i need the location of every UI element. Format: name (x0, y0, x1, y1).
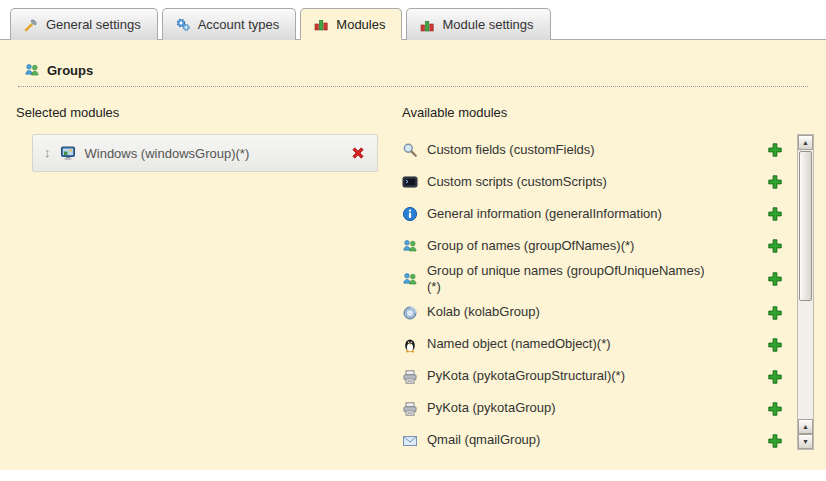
available-modules-scrollbar[interactable]: ▲ ▲ ▼ (797, 134, 814, 450)
green-plus-icon (767, 337, 783, 353)
green-plus-icon (767, 271, 783, 287)
available-module-row: Group of unique names (groupOfUniqueName… (402, 262, 797, 297)
scrollbar-track[interactable] (798, 302, 813, 419)
available-module-row: General information (generalInformation) (402, 198, 797, 230)
section-title: Groups (47, 63, 93, 78)
green-plus-icon (767, 142, 783, 158)
scroll-down-button[interactable]: ▼ (798, 434, 813, 449)
kolab-icon (402, 305, 418, 321)
available-module-row: PyKota (pykotaGroup) (402, 393, 797, 425)
green-plus-icon (767, 369, 783, 385)
add-module-button[interactable] (767, 142, 783, 158)
groups-heading: Groups (18, 58, 808, 87)
group-icon (24, 62, 40, 78)
tab-label: Modules (336, 17, 385, 32)
available-module-row: Custom scripts (customScripts) (402, 166, 797, 198)
remove-module-button[interactable] (350, 145, 366, 161)
arrow-down-icon: ▼ (802, 438, 809, 445)
tab-label: Account types (198, 17, 280, 32)
green-plus-icon (767, 206, 783, 222)
available-module-label: Custom scripts (customScripts) (427, 174, 709, 190)
available-module-label: PyKota (pykotaGroupStructural)(*) (427, 368, 709, 384)
scrollbar-thumb[interactable] (799, 151, 812, 301)
config-page: General settings Account types (0, 0, 826, 470)
green-plus-icon (767, 401, 783, 417)
selected-modules-list: ↕ Windows (windowsGroup)(*) (32, 134, 378, 172)
add-module-button[interactable] (767, 174, 783, 190)
selected-module-row: ↕ Windows (windowsGroup)(*) (36, 138, 374, 168)
terminal-icon (402, 174, 418, 190)
selected-module-label: Windows (windowsGroup)(*) (85, 146, 342, 161)
printer-icon (402, 369, 418, 385)
magnifier-icon (402, 142, 418, 158)
available-module-row: Kolab (kolabGroup) (402, 297, 797, 329)
gears-icon (175, 17, 191, 33)
available-module-row: PyKota (pykotaGroupStructural)(*) (402, 361, 797, 393)
modules-tab-content: Groups Selected modules ↕ (0, 40, 826, 470)
info-icon (402, 206, 418, 222)
green-plus-icon (767, 174, 783, 190)
add-module-button[interactable] (767, 271, 783, 287)
envelope-icon (402, 433, 418, 449)
add-module-button[interactable] (767, 305, 783, 321)
add-module-button[interactable] (767, 369, 783, 385)
tab-label: General settings (46, 17, 141, 32)
available-module-label: Kolab (kolabGroup) (427, 304, 709, 320)
group-icon (402, 271, 418, 287)
tab-general-settings[interactable]: General settings (10, 8, 158, 40)
available-module-label: General information (generalInformation) (427, 206, 709, 222)
group-icon (402, 238, 418, 254)
tab-bar: General settings Account types (0, 0, 826, 40)
available-modules-heading: Available modules (402, 105, 814, 120)
arrow-up-icon: ▲ (802, 423, 809, 430)
printer-icon (402, 401, 418, 417)
red-x-icon (350, 145, 366, 161)
available-module-row: Named object (namedObject)(*) (402, 329, 797, 361)
add-module-button[interactable] (767, 206, 783, 222)
available-modules-column: Available modules Custom fields (customF… (390, 101, 814, 450)
wrench-icon (23, 17, 39, 33)
penguin-icon (402, 337, 418, 353)
green-plus-icon (767, 305, 783, 321)
selected-modules-column: Selected modules ↕ (12, 101, 390, 450)
available-module-row: Custom fields (customFields) (402, 134, 797, 166)
add-module-button[interactable] (767, 401, 783, 417)
tab-modules[interactable]: Modules (300, 8, 402, 40)
arrow-up-icon: ▲ (802, 139, 809, 146)
modules-chart-icon (313, 16, 329, 32)
available-module-row: Qmail (qmailGroup) (402, 425, 797, 451)
tab-account-types[interactable]: Account types (162, 8, 297, 40)
add-module-button[interactable] (767, 337, 783, 353)
modules-chart-icon (419, 17, 435, 33)
drag-handle-icon[interactable]: ↕ (44, 146, 51, 160)
available-module-label: Group of unique names (groupOfUniqueName… (427, 263, 709, 296)
green-plus-icon (767, 238, 783, 254)
add-module-button[interactable] (767, 433, 783, 449)
available-module-row: Group of names (groupOfNames)(*) (402, 230, 797, 262)
available-module-label: PyKota (pykotaGroup) (427, 400, 709, 416)
available-module-label: Named object (namedObject)(*) (427, 336, 709, 352)
available-modules-panel: Custom fields (customFields) (402, 134, 814, 450)
modules-columns: Selected modules ↕ (12, 101, 814, 450)
add-module-button[interactable] (767, 238, 783, 254)
scroll-up-button[interactable]: ▲ (798, 135, 813, 150)
available-modules-list: Custom fields (customFields) (402, 134, 797, 450)
windows-monitor-icon (60, 145, 76, 161)
available-module-label: Custom fields (customFields) (427, 142, 709, 158)
green-plus-icon (767, 433, 783, 449)
available-module-label: Group of names (groupOfNames)(*) (427, 238, 709, 254)
tab-label: Module settings (442, 17, 533, 32)
tab-module-settings[interactable]: Module settings (406, 8, 550, 40)
available-module-label: Qmail (qmailGroup) (427, 432, 709, 448)
selected-modules-heading: Selected modules (16, 105, 390, 120)
scroll-up-button-bottom[interactable]: ▲ (798, 419, 813, 434)
